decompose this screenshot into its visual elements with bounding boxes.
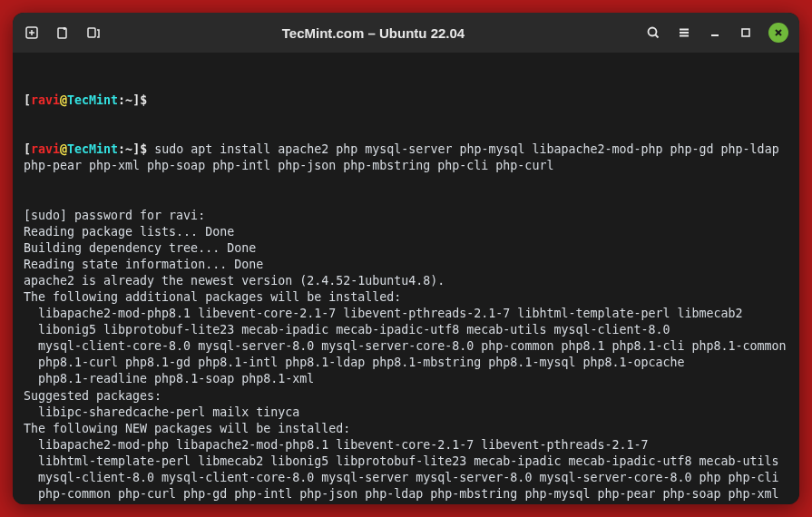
maximize-button[interactable] [738, 24, 754, 41]
search-icon[interactable] [645, 24, 661, 41]
hamburger-menu-icon[interactable] [676, 24, 692, 41]
prompt-line-empty: [ravi@TecMint:~]$ [24, 93, 788, 109]
terminal-body[interactable]: [ravi@TecMint:~]$ [ravi@TecMint:~]$ sudo… [13, 53, 799, 504]
window-title: TecMint.com – Ubuntu 22.04 [111, 25, 636, 41]
minimize-button[interactable] [707, 24, 723, 41]
prompt-line-command: [ravi@TecMint:~]$ sudo apt install apach… [24, 141, 788, 174]
svg-rect-2 [88, 28, 95, 37]
close-button[interactable] [768, 23, 788, 43]
new-window-icon[interactable] [54, 24, 71, 41]
new-tab-button[interactable] [24, 24, 40, 41]
title-bar: TecMint.com – Ubuntu 22.04 [13, 13, 799, 53]
tab-overview-icon[interactable] [85, 24, 102, 41]
svg-point-3 [649, 28, 657, 36]
apt-output: [sudo] password for ravi: Reading packag… [24, 208, 788, 504]
terminal-window: TecMint.com – Ubuntu 22.04 [ravi@TecMint… [13, 13, 799, 504]
svg-rect-4 [742, 29, 749, 36]
